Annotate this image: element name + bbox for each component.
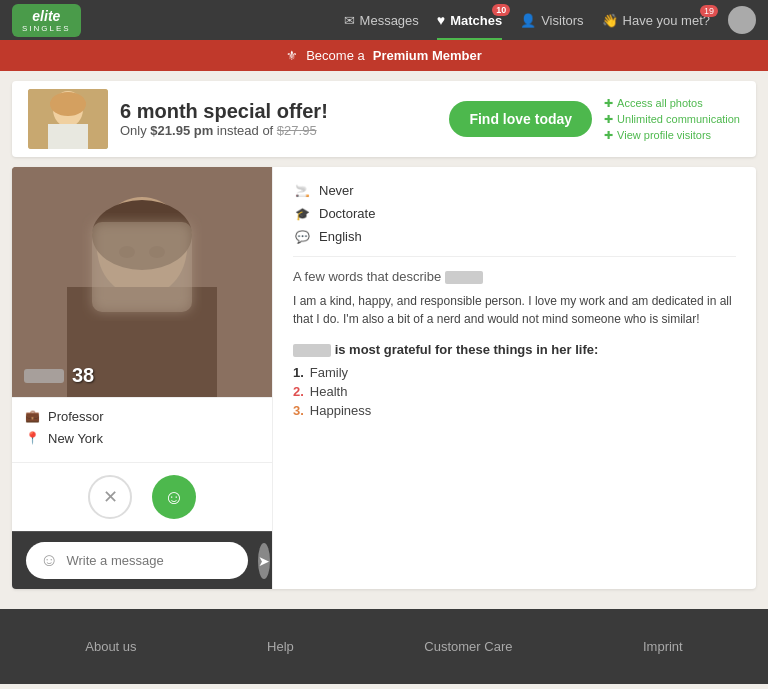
education-value: Doctorate [319, 206, 375, 221]
divider-1 [293, 256, 736, 257]
svg-rect-11 [92, 222, 192, 312]
smoking-icon [293, 184, 311, 198]
premium-icon: ⚜ [286, 48, 298, 63]
offer-subtitle-after: instead of [217, 123, 273, 138]
profile-actions: ✕ ☺ [12, 462, 272, 531]
message-input[interactable] [66, 553, 234, 568]
offer-features: ✚ Access all photos ✚ Unlimited communic… [604, 97, 740, 142]
visitors-icon: 👤 [520, 13, 536, 28]
offer-title: 6 month special offer! [120, 100, 437, 123]
speech-icon [293, 230, 311, 244]
photo-overlay: 38 [24, 364, 94, 387]
name-blur-photo [24, 369, 64, 383]
grateful-item-2: 2. Health [293, 384, 736, 399]
occupation-detail: Professor [24, 408, 260, 424]
nav-matches[interactable]: ♥ Matches 10 [437, 12, 502, 28]
describe-title-text: A few words that describe [293, 269, 441, 284]
checkmark-icon-2: ✚ [604, 113, 613, 126]
location-text: New York [48, 431, 103, 446]
footer-link-about[interactable]: About us [85, 639, 136, 654]
occupation-text: Professor [48, 409, 104, 424]
nav-have-you-met[interactable]: 👋 Have you met? 19 [602, 13, 710, 28]
nav-visitors[interactable]: 👤 Visitors [520, 13, 583, 28]
message-area: ☺ ➤ [12, 531, 272, 589]
grateful-title-suffix: is most grateful for these things in her… [335, 342, 599, 357]
envelope-icon [344, 13, 355, 28]
profile-info: Professor New York [12, 397, 272, 462]
send-icon: ➤ [258, 553, 270, 569]
language-attr: English [293, 229, 736, 244]
education-attr: Doctorate [293, 206, 736, 221]
describe-title: A few words that describe [293, 269, 736, 284]
messages-label: Messages [360, 13, 419, 28]
logo-singles-text: SINGLES [22, 24, 71, 33]
offer-feature-text-3: View profile visitors [617, 129, 711, 141]
matches-badge: 10 [492, 4, 510, 16]
profile-left-column: 38 Professor New York ✕ ☺ ☺ ➤ [12, 167, 272, 589]
heart-icon: ♥ [437, 12, 445, 28]
premium-text-highlight: Premium Member [373, 48, 482, 63]
dislike-button[interactable]: ✕ [88, 475, 132, 519]
checkmark-icon-1: ✚ [604, 97, 613, 110]
profile-age: 38 [72, 364, 94, 387]
emoji-icon: ☺ [40, 550, 58, 571]
send-button[interactable]: ➤ [258, 543, 270, 579]
visitors-label: Visitors [541, 13, 583, 28]
briefcase-icon [24, 408, 40, 424]
like-button[interactable]: ☺ [152, 475, 196, 519]
grateful-title: is most grateful for these things in her… [293, 342, 736, 357]
language-value: English [319, 229, 362, 244]
checkmark-icon-3: ✚ [604, 129, 613, 142]
profile-right-column: Never Doctorate English A few words that… [272, 167, 756, 589]
grateful-num-3: 3. [293, 403, 304, 418]
offer-old-price: $27.95 [277, 123, 317, 138]
offer-feature-2: ✚ Unlimited communication [604, 113, 740, 126]
grateful-item-3: 3. Happiness [293, 403, 736, 418]
grateful-text-1: Family [310, 365, 348, 380]
smoking-attr: Never [293, 183, 736, 198]
logo[interactable]: elite SINGLES [12, 4, 81, 37]
header: elite SINGLES Messages ♥ Matches 10 👤 Vi… [0, 0, 768, 40]
offer-image [28, 89, 108, 149]
svg-point-3 [50, 92, 86, 116]
grateful-text-2: Health [310, 384, 348, 399]
user-avatar[interactable] [728, 6, 756, 34]
profile-card: 38 Professor New York ✕ ☺ ☺ ➤ [12, 167, 756, 589]
footer-link-help[interactable]: Help [267, 639, 294, 654]
footer: About us Help Customer Care Imprint [0, 609, 768, 684]
grateful-num-1: 1. [293, 365, 304, 380]
offer-subtitle-before: Only [120, 123, 147, 138]
pin-icon [24, 430, 40, 446]
offer-text-block: 6 month special offer! Only $21.95 pm in… [120, 100, 437, 138]
smoking-value: Never [319, 183, 354, 198]
footer-link-imprint[interactable]: Imprint [643, 639, 683, 654]
graduation-icon [293, 207, 311, 221]
grateful-text-3: Happiness [310, 403, 371, 418]
premium-banner[interactable]: ⚜ Become a Premium Member [0, 40, 768, 71]
offer-button[interactable]: Find love today [449, 101, 592, 137]
name-blur-grateful [293, 344, 331, 357]
offer-feature-3: ✚ View profile visitors [604, 129, 740, 142]
profile-photo: 38 [12, 167, 272, 397]
footer-link-customer-care[interactable]: Customer Care [424, 639, 512, 654]
have-you-met-label: Have you met? [623, 13, 710, 28]
premium-text-before: Become a [306, 48, 365, 63]
grateful-num-2: 2. [293, 384, 304, 399]
svg-rect-2 [48, 124, 88, 149]
nav-messages[interactable]: Messages [344, 13, 419, 28]
offer-feature-1: ✚ Access all photos [604, 97, 740, 110]
offer-price: $21.95 pm [150, 123, 213, 138]
name-blur-describe [445, 271, 483, 284]
location-detail: New York [24, 430, 260, 446]
offer-feature-text-1: Access all photos [617, 97, 703, 109]
grateful-list: 1. Family 2. Health 3. Happiness [293, 365, 736, 418]
profile-photo-svg [12, 167, 272, 397]
grateful-item-1: 1. Family [293, 365, 736, 380]
message-input-wrap: ☺ [26, 542, 248, 579]
main-nav: Messages ♥ Matches 10 👤 Visitors 👋 Have … [344, 6, 756, 34]
have-you-met-badge: 19 [700, 5, 718, 17]
describe-text: I am a kind, happy, and responsible pers… [293, 292, 736, 328]
wave-icon: 👋 [602, 13, 618, 28]
offer-feature-text-2: Unlimited communication [617, 113, 740, 125]
offer-banner: 6 month special offer! Only $21.95 pm in… [12, 81, 756, 157]
